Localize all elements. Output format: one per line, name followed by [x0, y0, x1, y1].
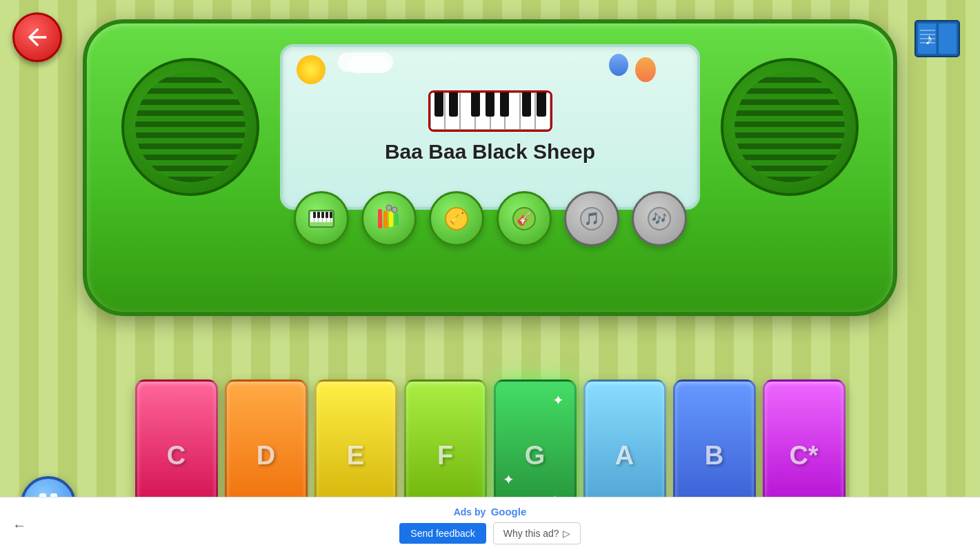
piano-display-icon: [428, 90, 552, 132]
display-white-key: [430, 92, 446, 130]
svg-rect-19: [326, 212, 328, 218]
svg-text:🎸: 🎸: [517, 211, 532, 226]
song-title: Baa Baa Black Sheep: [385, 140, 595, 164]
svg-rect-18: [321, 212, 324, 218]
ad-bar-back-arrow[interactable]: ←: [12, 517, 26, 533]
sparkle-2: ✦: [503, 471, 514, 488]
key-c-label: C: [167, 441, 186, 471]
why-this-ad-text: Why this ad?: [503, 528, 559, 539]
balloon-2: [609, 54, 628, 76]
display-white-key: [490, 92, 506, 130]
display-white-key: [445, 92, 460, 130]
svg-point-25: [386, 205, 392, 210]
send-feedback-button[interactable]: Send feedback: [399, 523, 486, 544]
instrument-guitar-button[interactable]: 🎸: [497, 191, 552, 246]
xylophone-instrument-icon: [374, 204, 404, 234]
instrument-trumpet-button[interactable]: 🎺: [429, 191, 484, 246]
google-label: Google: [491, 506, 527, 518]
back-button[interactable]: [12, 12, 62, 62]
svg-rect-23: [389, 212, 393, 227]
piano-toy: Baa Baa Black Sheep: [83, 19, 897, 316]
instrument-recorder-button[interactable]: 🎵: [564, 191, 619, 246]
svg-text:🎵: 🎵: [584, 211, 600, 226]
accordion-instrument-icon: 🎶: [644, 204, 674, 234]
guitar-instrument-icon: 🎸: [509, 204, 539, 234]
songbook-button[interactable]: ♪: [910, 15, 965, 63]
ads-by-label: Ads by Google: [454, 506, 527, 518]
display-white-key: [535, 92, 550, 130]
speaker-grille-left: [135, 72, 246, 182]
speaker-left: [121, 58, 259, 196]
svg-text:🎶: 🎶: [652, 211, 668, 226]
back-icon: [23, 23, 51, 51]
key-e-label: E: [347, 441, 364, 471]
speaker-grille-right: [734, 72, 845, 182]
trumpet-instrument-icon: 🎺: [441, 204, 472, 234]
instrument-accordion-button[interactable]: 🎶: [632, 191, 687, 246]
cloud-2: [348, 57, 390, 73]
instrument-selector: 🎺 🎸 🎵 🎶: [87, 191, 893, 246]
display-white-key: [475, 92, 490, 130]
ad-actions: Send feedback Why this ad? ▷: [399, 522, 580, 544]
svg-text:🎺: 🎺: [449, 211, 465, 226]
key-g-label: G: [525, 441, 546, 471]
svg-rect-16: [313, 212, 316, 218]
instrument-piano-button[interactable]: [294, 191, 349, 246]
svg-point-26: [392, 207, 397, 213]
key-b-label: B: [705, 441, 723, 471]
display-white-key: [505, 92, 520, 130]
sparkle-1: ✦: [552, 392, 564, 408]
book-icon: ♪: [910, 15, 965, 63]
display-white-key: [520, 92, 535, 130]
key-f-label: F: [437, 441, 453, 471]
svg-rect-20: [330, 212, 332, 218]
display-white-key: [460, 92, 475, 130]
svg-rect-21: [378, 209, 382, 228]
why-this-ad-icon: ▷: [563, 528, 570, 539]
ads-by-prefix: Ads by: [454, 506, 486, 518]
key-a-label: A: [615, 441, 634, 471]
why-this-ad-button[interactable]: Why this ad? ▷: [493, 522, 581, 544]
svg-rect-2: [939, 23, 957, 54]
key-d-label: D: [257, 441, 275, 471]
recorder-instrument-icon: 🎵: [577, 204, 607, 234]
ad-bar: ← Ads by Google Send feedback Why this a…: [0, 497, 980, 552]
svg-rect-24: [394, 213, 399, 226]
piano-instrument-icon: [306, 204, 337, 234]
balloon-1: [635, 57, 656, 82]
speaker-right: [721, 58, 859, 196]
sun-decoration: [297, 55, 326, 84]
svg-rect-17: [317, 212, 320, 218]
instrument-xylophone-button[interactable]: [361, 191, 417, 246]
key-cstar-label: C*: [789, 441, 818, 471]
display-screen: Baa Baa Black Sheep: [280, 44, 700, 210]
ads-by-text: Ads by Google: [454, 507, 527, 518]
svg-rect-22: [383, 210, 388, 228]
